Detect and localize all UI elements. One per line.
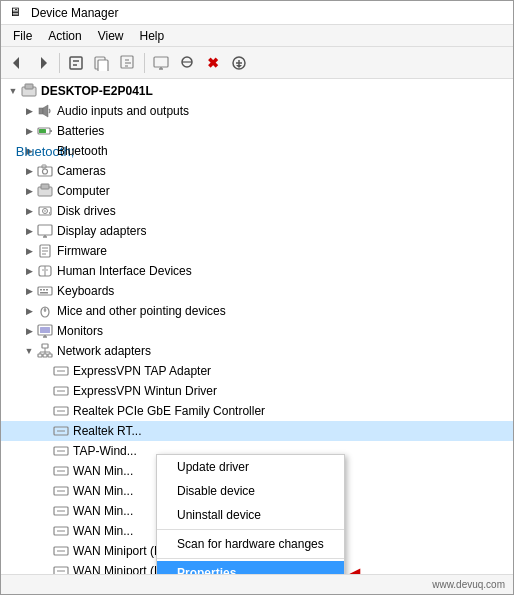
window-title: Device Manager xyxy=(31,6,118,20)
tree-computer[interactable]: ▶ Computer xyxy=(1,181,513,201)
svg-rect-26 xyxy=(39,129,46,133)
status-bar: www.devuq.com xyxy=(1,574,513,594)
back-button[interactable] xyxy=(5,51,29,75)
tree-hid[interactable]: ▶ Human Interface Devices xyxy=(1,261,513,281)
toolbar: ✖ xyxy=(1,47,513,79)
svg-rect-62 xyxy=(48,354,52,357)
cameras-expand[interactable]: ▶ xyxy=(21,163,37,179)
net3-label: Realtek PCIe GbE Family Controller xyxy=(73,404,265,418)
computer-expand[interactable]: ▶ xyxy=(21,183,37,199)
mice-expand[interactable]: ▶ xyxy=(21,303,37,319)
keyboards-icon xyxy=(37,283,53,299)
menu-help[interactable]: Help xyxy=(132,27,173,45)
net12-icon xyxy=(53,563,69,574)
hid-label: Human Interface Devices xyxy=(57,264,192,278)
svg-point-28 xyxy=(43,169,48,174)
menu-action[interactable]: Action xyxy=(40,27,89,45)
network-expand[interactable]: ▼ xyxy=(21,343,37,359)
ctx-uninstall-device[interactable]: Uninstall device xyxy=(157,503,344,527)
ctx-update-driver[interactable]: Update driver xyxy=(157,455,344,479)
computer-icon xyxy=(37,183,53,199)
root-expand[interactable]: ▼ xyxy=(5,83,21,99)
add-hardware-button[interactable] xyxy=(227,51,251,75)
tree-cameras[interactable]: ▶ Cameras xyxy=(1,161,513,181)
svg-marker-0 xyxy=(13,57,19,69)
tree-audio[interactable]: ▶ Audio inputs and outputs xyxy=(1,101,513,121)
svg-rect-51 xyxy=(40,292,48,294)
hid-icon xyxy=(37,263,53,279)
net9-icon xyxy=(53,523,69,539)
net6-label: WAN Min... xyxy=(73,464,133,478)
tree-disk[interactable]: ▶ Disk drives xyxy=(1,201,513,221)
network-icon xyxy=(37,343,53,359)
net11-icon xyxy=(53,543,69,559)
firmware-expand[interactable]: ▶ xyxy=(21,243,37,259)
network-label: Network adapters xyxy=(57,344,151,358)
svg-rect-59 xyxy=(42,344,48,348)
net2-icon xyxy=(53,383,69,399)
svg-marker-23 xyxy=(43,105,48,117)
tree-keyboards[interactable]: ▶ Keyboards xyxy=(1,281,513,301)
tree-display[interactable]: ▶ Display adapters xyxy=(1,221,513,241)
svg-marker-19 xyxy=(236,65,242,68)
net9-label: WAN Min... xyxy=(73,524,133,538)
menu-bar: File Action View Help xyxy=(1,25,513,47)
tree-root[interactable]: ▼ DESKTOP-E2P041L xyxy=(1,81,513,101)
tree-monitors[interactable]: ▶ Monitors xyxy=(1,321,513,341)
menu-view[interactable]: View xyxy=(90,27,132,45)
audio-label: Audio inputs and outputs xyxy=(57,104,189,118)
svg-rect-11 xyxy=(154,57,168,67)
refresh-button[interactable] xyxy=(116,51,140,75)
monitors-expand[interactable]: ▶ xyxy=(21,323,37,339)
tree-bluetooth[interactable]: ▶ Bluetooth; Bluetooth xyxy=(1,141,513,161)
disk-expand[interactable]: ▶ xyxy=(21,203,37,219)
display-icon xyxy=(37,223,53,239)
tree-batteries[interactable]: ▶ Batteries xyxy=(1,121,513,141)
svg-rect-21 xyxy=(25,84,33,89)
remove-button[interactable]: ✖ xyxy=(201,51,225,75)
ctx-disable-device[interactable]: Disable device xyxy=(157,479,344,503)
tree-net4[interactable]: ▶ Realtek RT... xyxy=(1,421,513,441)
display-expand[interactable]: ▶ xyxy=(21,223,37,239)
firmware-label: Firmware xyxy=(57,244,107,258)
cameras-label: Cameras xyxy=(57,164,106,178)
svg-rect-36 xyxy=(38,225,52,235)
batteries-expand[interactable]: ▶ xyxy=(21,123,37,139)
app-icon: 🖥 xyxy=(9,5,25,21)
properties-button[interactable] xyxy=(64,51,88,75)
keyboards-expand[interactable]: ▶ xyxy=(21,283,37,299)
svg-rect-49 xyxy=(43,289,45,291)
svg-marker-1 xyxy=(41,57,47,69)
svg-point-45 xyxy=(42,269,44,271)
status-text: www.devuq.com xyxy=(432,579,505,590)
monitors-icon xyxy=(37,323,53,339)
context-menu: Update driver Disable device Uninstall d… xyxy=(156,454,345,574)
mice-label: Mice and other pointing devices xyxy=(57,304,226,318)
net7-icon xyxy=(53,483,69,499)
keyboards-label: Keyboards xyxy=(57,284,114,298)
monitor-button[interactable] xyxy=(149,51,173,75)
svg-point-34 xyxy=(44,210,46,212)
tree-net3[interactable]: ▶ Realtek PCIe GbE Family Controller xyxy=(1,401,513,421)
ctx-properties[interactable]: Properties ◄ xyxy=(157,561,344,574)
net3-icon xyxy=(53,403,69,419)
forward-button[interactable] xyxy=(31,51,55,75)
menu-file[interactable]: File xyxy=(5,27,40,45)
audio-expand[interactable]: ▶ xyxy=(21,103,37,119)
ctx-scan-hardware[interactable]: Scan for hardware changes xyxy=(157,532,344,556)
computer-label: Computer xyxy=(57,184,110,198)
hid-expand[interactable]: ▶ xyxy=(21,263,37,279)
help-button[interactable] xyxy=(90,51,114,75)
tree-mice[interactable]: ▶ Mice and other pointing devices xyxy=(1,301,513,321)
tree-net1[interactable]: ▶ ExpressVPN TAP Adapter xyxy=(1,361,513,381)
monitors-label: Monitors xyxy=(57,324,103,338)
tree-firmware[interactable]: ▶ Firmware xyxy=(1,241,513,261)
net1-icon xyxy=(53,363,69,379)
bluetooth-icon: Bluetooth; xyxy=(37,143,53,159)
tree-net2[interactable]: ▶ ExpressVPN Wintun Driver xyxy=(1,381,513,401)
scan-button[interactable] xyxy=(175,51,199,75)
ctx-sep-2 xyxy=(157,558,344,559)
disk-label: Disk drives xyxy=(57,204,116,218)
tree-network[interactable]: ▼ Network adapters xyxy=(1,341,513,361)
mice-icon xyxy=(37,303,53,319)
